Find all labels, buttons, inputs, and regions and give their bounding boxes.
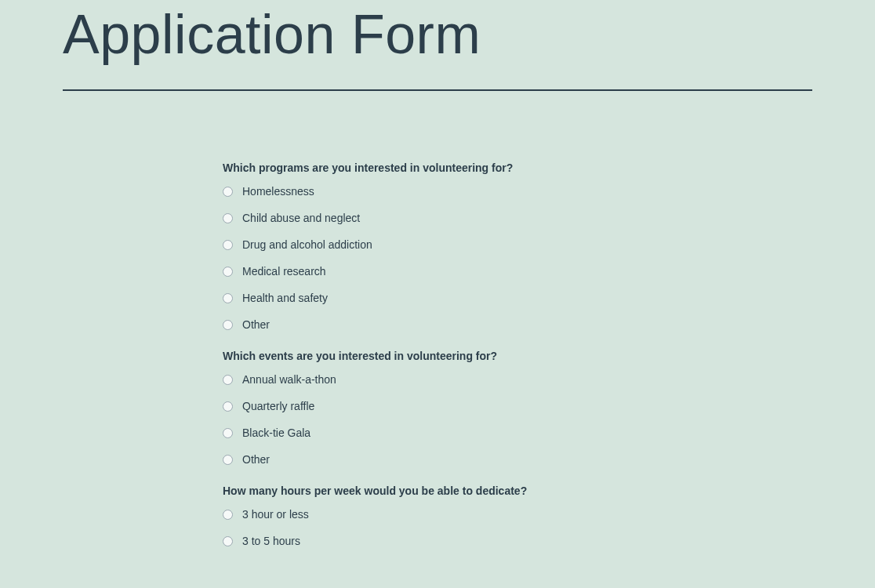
option-label: Child abuse and neglect (242, 212, 360, 224)
radio-medical-research[interactable] (223, 267, 233, 277)
radio-programs-other[interactable] (223, 320, 233, 330)
option-label: Medical research (242, 265, 326, 278)
question-hours-options: 3 hour or less 3 to 5 hours (223, 508, 812, 547)
radio-gala[interactable] (223, 428, 233, 438)
option-row: Drug and alcohol addiction (223, 238, 812, 251)
radio-events-other[interactable] (223, 455, 233, 465)
option-label: Other (242, 453, 270, 466)
option-label: Quarterly raffle (242, 400, 314, 412)
question-block-hours: How many hours per week would you be abl… (223, 485, 812, 547)
question-block-events: Which events are you interested in volun… (223, 350, 812, 466)
option-row: Child abuse and neglect (223, 212, 812, 224)
option-label: 3 hour or less (242, 508, 309, 521)
option-label: Black-tie Gala (242, 426, 310, 439)
option-row: Health and safety (223, 292, 812, 304)
page-container: Application Form Which programs are you … (0, 3, 875, 547)
question-programs-options: Homelessness Child abuse and neglect Dru… (223, 185, 812, 331)
option-row: Medical research (223, 265, 812, 278)
option-row: Homelessness (223, 185, 812, 198)
option-label: Annual walk-a-thon (242, 373, 336, 386)
radio-homelessness[interactable] (223, 187, 233, 197)
option-row: Annual walk-a-thon (223, 373, 812, 386)
option-row: Black-tie Gala (223, 426, 812, 439)
radio-raffle[interactable] (223, 401, 233, 412)
option-label: Drug and alcohol addiction (242, 238, 372, 251)
page-title: Application Form (63, 3, 812, 66)
radio-3-to-5[interactable] (223, 536, 233, 546)
option-label: Other (242, 318, 270, 331)
question-events-options: Annual walk-a-thon Quarterly raffle Blac… (223, 373, 812, 466)
option-row: Other (223, 453, 812, 466)
option-row: 3 hour or less (223, 508, 812, 521)
option-label: Homelessness (242, 185, 314, 198)
option-row: Other (223, 318, 812, 331)
form-section: Which programs are you interested in vol… (223, 162, 812, 547)
radio-3-or-less[interactable] (223, 510, 233, 520)
radio-drug-alcohol[interactable] (223, 240, 233, 250)
question-block-programs: Which programs are you interested in vol… (223, 162, 812, 331)
option-label: Health and safety (242, 292, 328, 304)
radio-walkathon[interactable] (223, 375, 233, 385)
option-row: 3 to 5 hours (223, 535, 812, 547)
option-label: 3 to 5 hours (242, 535, 300, 547)
radio-health-safety[interactable] (223, 293, 233, 303)
question-events-prompt: Which events are you interested in volun… (223, 350, 812, 362)
question-programs-prompt: Which programs are you interested in vol… (223, 162, 812, 174)
radio-child-abuse[interactable] (223, 213, 233, 223)
option-row: Quarterly raffle (223, 400, 812, 412)
question-hours-prompt: How many hours per week would you be abl… (223, 485, 812, 497)
title-divider (63, 89, 812, 91)
